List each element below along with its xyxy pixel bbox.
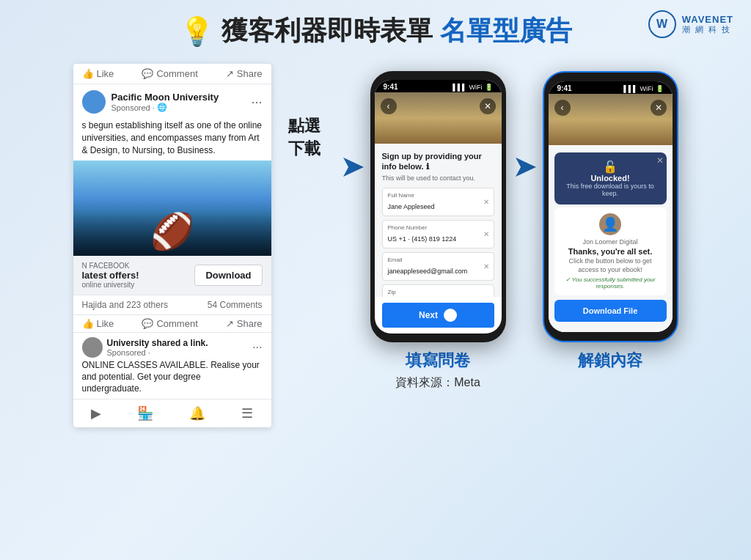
- form-label-zip: Zip: [388, 289, 488, 295]
- form-clear-email-icon[interactable]: ✕: [483, 262, 489, 270]
- fb-footer-sponsored: Sponsored ·: [107, 348, 208, 357]
- form-field-email[interactable]: Email janeappleseed@gmail.com ✕: [382, 252, 494, 281]
- wifi-icon-2: WiFi: [640, 85, 653, 92]
- wifi-icon: WiFi: [469, 84, 483, 91]
- form-clear-phone-icon[interactable]: ✕: [483, 230, 489, 238]
- phone1-close-btn[interactable]: ✕: [480, 98, 496, 114]
- click-label-line2: 下載: [288, 138, 320, 161]
- form-clear-name-icon[interactable]: ✕: [483, 198, 489, 206]
- comment-icon: 💬: [142, 68, 153, 79]
- form-title: Sign up by providing your info below. ℹ: [382, 151, 494, 172]
- form-value-name: Jane Appleseed: [388, 203, 435, 210]
- signal-icon: ▌▌▌: [453, 84, 466, 91]
- form-field-zip[interactable]: Zip 94025 ✕: [382, 284, 494, 297]
- share-icon-bottom: ↗: [226, 318, 234, 329]
- fb-post-info: Pacific Moon University Sponsored · 🌐: [111, 92, 219, 112]
- phone1-mock: 9:41 ▌▌▌ WiFi 🔋 ‹ ✕ Sign up by providing…: [370, 71, 506, 342]
- fb-nav-bell-icon[interactable]: 🔔: [189, 405, 205, 421]
- comment-icon-bottom: 💬: [142, 318, 153, 329]
- phone1-header-image: ‹ ✕: [375, 92, 502, 144]
- phone2-close-btn[interactable]: ✕: [651, 100, 667, 116]
- phone2-header-image: ‹ ✕: [549, 94, 673, 145]
- click-label-section: 點選 下載: [275, 115, 334, 161]
- phone2-section: 9:41 ▌▌▌ WiFi 🔋 ‹ ✕ ✕ 🔓 Unlocked!: [543, 56, 678, 372]
- right-arrow-1-icon: ➤: [341, 152, 363, 183]
- fb-share-bottom-btn[interactable]: ↗ Share: [226, 318, 263, 329]
- logo-wavenet: WAVENET: [682, 14, 733, 26]
- phone2-screen: 9:41 ▌▌▌ WiFi 🔋 ‹ ✕ ✕ 🔓 Unlocked!: [549, 81, 673, 332]
- main-title: 💡 獲客利器即時表單 名單型廣告: [180, 13, 572, 49]
- phone1-section: 9:41 ▌▌▌ WiFi 🔋 ‹ ✕ Sign up by providing…: [370, 56, 506, 391]
- logo-sub: 潮 網 科 技: [682, 25, 733, 34]
- thanks-card: 👤 Jon Loomer Digital Thanks, you're all …: [554, 207, 667, 295]
- facebook-feed: 👍 Like 💬 Comment ↗ Share Pacific Moon Un…: [73, 64, 271, 427]
- fb-download-button[interactable]: Download: [194, 265, 262, 286]
- fb-share-btn[interactable]: ↗ Share: [226, 68, 263, 79]
- fb-post-image: 🏈: [73, 161, 271, 256]
- fb-post-sponsored: Sponsored · 🌐: [111, 103, 219, 112]
- fb-cta-sub: online university: [82, 281, 139, 289]
- fb-top-bar: 👍 Like 💬 Comment ↗ Share: [73, 64, 271, 84]
- share-icon: ↗: [226, 68, 234, 79]
- download-file-button[interactable]: Download File: [554, 300, 667, 322]
- phone1-status-icons: ▌▌▌ WiFi 🔋: [453, 84, 492, 91]
- fb-like-label: Like: [97, 68, 114, 79]
- thanks-avatar: 👤: [599, 213, 621, 235]
- thanks-company: Jon Loomer Digital: [562, 238, 659, 246]
- page-header: 💡 獲客利器即時表單 名單型廣告 W WAVENET 潮 網 科 技: [0, 0, 751, 56]
- fb-comment-bottom-btn[interactable]: 💬 Comment: [142, 318, 197, 329]
- fb-footer-text: ONLINE CLASSES AVAILABLE. Realise your a…: [82, 360, 263, 394]
- logo-area: W WAVENET 潮 網 科 技: [648, 10, 733, 38]
- fb-cta-bar: N FACEBOOK latest offers! online univers…: [73, 256, 271, 295]
- phone2-back-btn[interactable]: ‹: [554, 100, 571, 116]
- next-label: Next: [419, 310, 438, 320]
- phone2-time: 9:41: [557, 84, 572, 92]
- form-value-phone: US +1 · (415) 819 1224: [388, 235, 457, 243]
- fb-nav-bar: ▶ 🏪 🔔 ☰: [73, 399, 271, 427]
- phone1-back-btn[interactable]: ‹: [381, 98, 397, 114]
- arrow-2-section: ➤: [506, 152, 543, 183]
- fb-nav-play-icon[interactable]: ▶: [91, 405, 101, 421]
- form-label-email: Email: [388, 257, 488, 263]
- unlocked-subtitle: This free download is yours to keep.: [562, 183, 659, 197]
- unlocked-close-icon[interactable]: ✕: [656, 155, 664, 166]
- form-field-name[interactable]: Full Name Jane Appleseed ✕: [382, 188, 494, 216]
- fb-more-icon[interactable]: ···: [251, 95, 262, 110]
- fb-stats: Hajida and 223 others 54 Comments: [73, 295, 271, 315]
- fb-cta-label: N FACEBOOK: [82, 262, 139, 270]
- fb-likes-count: Hajida and 223 others: [82, 300, 168, 310]
- fb-post-name: Pacific Moon University: [111, 92, 219, 103]
- fb-comment-btn[interactable]: 💬 Comment: [142, 68, 197, 79]
- form-field-phone[interactable]: Phone Number US +1 · (415) 819 1224 ✕: [382, 220, 494, 248]
- fb-footer-dots[interactable]: ···: [252, 341, 262, 354]
- phone2-status-icons: ▌▌▌ WiFi 🔋: [623, 85, 663, 92]
- title-highlight: 名單型廣告: [440, 13, 572, 49]
- fb-comment-label: Comment: [156, 68, 197, 79]
- fb-like-bottom-btn[interactable]: 👍 Like: [82, 318, 114, 329]
- thanks-success: ✓ You successfully submitted your respon…: [562, 276, 659, 290]
- thumbs-up-icon-bottom: 👍: [82, 318, 94, 329]
- form-subtitle: This will be used to contact you.: [382, 174, 494, 182]
- unlocked-card: ✕ 🔓 Unlocked! This free download is your…: [554, 152, 667, 205]
- logo-icon: W: [648, 10, 676, 38]
- right-arrow-2-icon: ➤: [513, 152, 535, 183]
- content-row: 👍 Like 💬 Comment ↗ Share Pacific Moon Un…: [0, 56, 751, 427]
- arrow-1-section: ➤: [334, 152, 370, 183]
- bulb-icon: 💡: [180, 15, 214, 48]
- form-value-email: janeappleseed@gmail.com: [388, 268, 468, 275]
- phone1-screen: 9:41 ▌▌▌ WiFi 🔋 ‹ ✕ Sign up by providing…: [375, 80, 502, 334]
- phone2-label: 解鎖內容: [578, 350, 642, 372]
- fb-cta-text: N FACEBOOK latest offers! online univers…: [82, 262, 139, 289]
- click-label-line1: 點選: [288, 115, 320, 138]
- facebook-mock: 👍 Like 💬 Comment ↗ Share Pacific Moon Un…: [73, 56, 271, 427]
- logo-text: WAVENET 潮 網 科 技: [682, 14, 733, 35]
- fb-like-btn[interactable]: 👍 Like: [82, 68, 114, 79]
- battery-icon-2: 🔋: [656, 85, 664, 92]
- fb-nav-menu-icon[interactable]: ☰: [241, 405, 253, 421]
- phone1-next-button[interactable]: Next: [382, 303, 494, 328]
- fb-post-footer: University shared a link. Sponsored · ··…: [73, 332, 271, 399]
- phone1-status-bar: 9:41 ▌▌▌ WiFi 🔋: [375, 80, 502, 92]
- form-clear-zip-icon[interactable]: ✕: [483, 295, 489, 297]
- fb-nav-store-icon[interactable]: 🏪: [137, 405, 153, 421]
- phone2-status-bar: 9:41 ▌▌▌ WiFi 🔋: [549, 81, 673, 94]
